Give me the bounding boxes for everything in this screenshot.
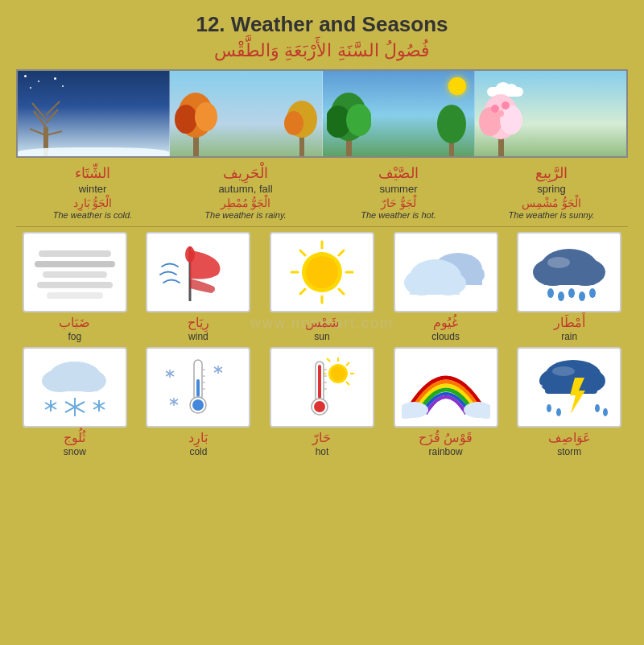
svg-point-58 (568, 288, 575, 298)
rainbow-icon (402, 354, 490, 422)
svg-point-57 (558, 291, 564, 301)
rain-english: rain (561, 331, 577, 342)
divider-1 (16, 226, 628, 227)
storm-arabic: عَوَاصِف (548, 430, 591, 445)
svg-point-10 (195, 102, 217, 131)
weather-item-hot: حَارّ hot (263, 347, 381, 457)
season-panel-autumn (170, 71, 322, 158)
hot-english: hot (316, 446, 329, 457)
svg-rect-65 (51, 380, 99, 391)
svg-line-40 (339, 250, 344, 255)
svg-point-9 (175, 105, 197, 134)
page-title-english: 12. Weather and Seasons (196, 12, 448, 37)
hot-arabic: حَارّ (312, 430, 331, 445)
winter-arabic: الشِّتَاء (75, 164, 110, 182)
svg-point-121 (603, 408, 608, 416)
seasons-strip (16, 69, 628, 158)
snow-english: snow (64, 446, 86, 457)
spring-weather-arabic: الْجَوُّ مُشْمِس (522, 196, 581, 209)
svg-rect-51 (410, 282, 460, 295)
svg-rect-85 (196, 379, 200, 397)
snow-box (23, 347, 127, 428)
weather-item-storm: عَوَاصِف storm (510, 347, 628, 457)
cold-box (146, 347, 250, 428)
spring-tree-icon (479, 91, 523, 158)
spring-english: spring (537, 183, 565, 195)
clouds-arabic: غُيُوم (433, 315, 458, 330)
svg-line-38 (300, 250, 305, 255)
weather-row-2: ثُلُوج snow (16, 347, 628, 457)
season-spring: الرَّبِيع spring الْجَوُّ مُشْمِس The we… (475, 164, 628, 220)
svg-point-120 (595, 404, 600, 412)
svg-line-39 (339, 289, 344, 294)
sun-english: sun (314, 331, 329, 342)
thermometer-hot-icon (278, 354, 366, 422)
rainbow-arabic: قَوْسُ قُزَح (419, 430, 473, 445)
hot-box (270, 347, 374, 428)
svg-point-119 (556, 408, 561, 416)
season-panel-spring (475, 71, 626, 158)
svg-point-60 (589, 288, 596, 298)
svg-point-17 (346, 104, 371, 136)
season-winter: الشِّتَاء winter الْجَوُّ بَارِد The wea… (16, 164, 169, 220)
winter-weather-arabic: الْجَوُّ بَارِد (73, 196, 113, 209)
summer-english: summer (380, 183, 418, 195)
sun-icon (278, 238, 366, 307)
weather-item-cold: بَارِد cold (140, 347, 258, 457)
season-summer: الصَّيْف summer لْجَوُّ حَارّ The weathe… (322, 164, 475, 220)
rainbow-box (394, 347, 498, 428)
svg-point-23 (500, 105, 522, 134)
rain-box (517, 232, 621, 312)
svg-rect-28 (35, 261, 115, 267)
snow-icon (31, 354, 119, 422)
rain-arabic: أَمْطَار (554, 315, 585, 330)
autumn-weather-english: The weather is rainy. (204, 210, 286, 220)
weather-item-snow: ثُلُوج snow (16, 347, 134, 457)
weather-item-rain: أَمْطَار rain (510, 232, 628, 342)
svg-point-26 (497, 110, 504, 117)
sun-box (270, 232, 374, 312)
svg-point-25 (502, 101, 510, 110)
svg-line-41 (300, 289, 305, 294)
svg-point-99 (331, 366, 345, 381)
svg-point-116 (552, 366, 575, 376)
thermometer-cold-icon (154, 354, 242, 422)
clouds-english: clouds (431, 331, 460, 342)
svg-rect-55 (543, 271, 596, 285)
summer-arabic: الصَّيْف (378, 164, 419, 182)
fog-arabic: ضَبَاب (59, 315, 90, 330)
weather-grid: ضَبَاب fog (16, 232, 628, 457)
season-autumn: الْحَرِيف autumn, fall الْجَوُّ مُمْطِر … (169, 164, 322, 220)
svg-line-93 (346, 362, 349, 366)
svg-point-19 (437, 105, 466, 143)
fog-english: fog (68, 331, 81, 342)
svg-point-87 (192, 399, 204, 411)
autumn-tree2-icon (284, 99, 320, 158)
storm-icon (525, 354, 613, 422)
svg-line-1 (34, 111, 46, 127)
weather-item-wind: رِيَاح wind (140, 232, 258, 342)
autumn-weather-arabic: الْجَوُّ مُمْطِر (221, 196, 271, 209)
sun-arabic: شَمْس (305, 315, 339, 330)
autumn-arabic: الْحَرِيف (223, 164, 268, 182)
summer-tree-icon (327, 91, 371, 158)
clouds-box (394, 232, 498, 312)
svg-line-96 (327, 358, 330, 362)
storm-box (517, 347, 621, 428)
weather-row-1: ضَبَاب fog (16, 232, 628, 342)
svg-rect-101 (318, 365, 321, 399)
page-title-arabic: فُصُولُ السَّنَةِ الأَرْبَعَةِ وَالطَّقْ… (214, 40, 429, 61)
svg-point-61 (547, 257, 570, 268)
season-panel-summer (323, 71, 475, 158)
wind-icon (154, 238, 242, 307)
svg-point-24 (491, 105, 499, 113)
svg-point-103 (314, 401, 325, 412)
svg-point-56 (547, 288, 554, 298)
svg-rect-31 (47, 292, 103, 299)
wind-english: wind (188, 331, 208, 342)
weather-item-rainbow: قَوْسُ قُزَح rainbow (387, 347, 505, 457)
season-panel-winter (18, 71, 170, 158)
page: www.noomart.com 12. Weather and Seasons … (0, 0, 644, 645)
svg-line-4 (46, 101, 60, 115)
autumn-tree-icon (174, 91, 218, 158)
